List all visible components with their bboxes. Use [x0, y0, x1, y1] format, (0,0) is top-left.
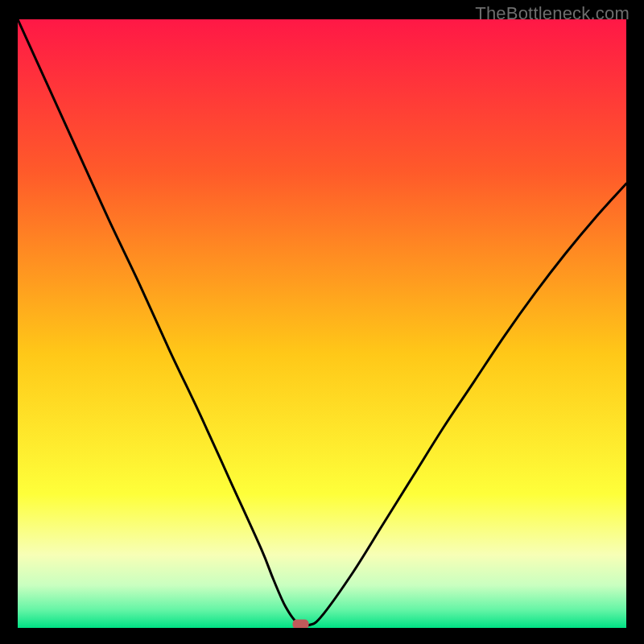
gradient-background: [18, 19, 626, 628]
bottleneck-chart: [18, 19, 626, 628]
optimal-marker: [293, 619, 309, 628]
plot-area: [18, 19, 626, 628]
chart-frame: TheBottleneck.com: [0, 0, 644, 644]
